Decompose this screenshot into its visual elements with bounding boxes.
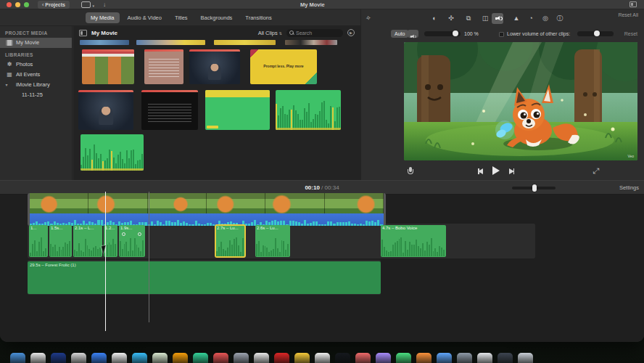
- dock-app-icon[interactable]: [213, 353, 228, 363]
- keyframe-badge[interactable]: [138, 232, 141, 236]
- media-thumbnail-collage[interactable]: [82, 49, 134, 84]
- dock-app-icon[interactable]: [355, 353, 371, 363]
- sidebar-item-imovie-library[interactable]: ▾iMovie Library: [0, 80, 72, 90]
- skip-back-button[interactable]: [477, 168, 484, 174]
- crop-icon[interactable]: ⧉: [463, 13, 474, 24]
- circled-play-icon[interactable]: ▶: [347, 29, 355, 36]
- reset-all-button[interactable]: Reset All: [618, 12, 638, 17]
- dock-app-icon[interactable]: [396, 353, 411, 363]
- mute-button[interactable]: [408, 30, 418, 38]
- close-window-button[interactable]: [7, 2, 12, 7]
- dock-app-icon[interactable]: [10, 353, 25, 363]
- timeline-settings-button[interactable]: Settings: [619, 184, 639, 191]
- media-thumbnail-audio[interactable]: [80, 134, 144, 171]
- dock-app-icon[interactable]: [51, 353, 66, 363]
- timeline-audio-clip[interactable]: 1.5s...: [49, 225, 72, 257]
- tab-titles[interactable]: Titles: [170, 12, 193, 23]
- dock-app-icon[interactable]: [91, 353, 107, 363]
- dock-app-icon[interactable]: [112, 353, 127, 363]
- dock-app-icon[interactable]: [173, 353, 188, 363]
- keyframe-badge[interactable]: [122, 232, 125, 236]
- dock-app-icon[interactable]: [376, 353, 391, 363]
- timeline-audio-clip[interactable]: 2.7s – Lu...: [215, 225, 245, 257]
- dock-app-icon[interactable]: [335, 353, 350, 363]
- dock-app-icon[interactable]: [193, 353, 208, 363]
- stabilization-icon[interactable]: ◫: [479, 13, 491, 24]
- tab-audio-video[interactable]: Audio & Video: [123, 12, 167, 23]
- dock-app-icon[interactable]: [152, 353, 168, 363]
- dock-app-icon[interactable]: [315, 353, 330, 363]
- clip-filter-icon[interactable]: ◎: [540, 13, 551, 24]
- video-clip[interactable]: [28, 193, 386, 226]
- dock-app-icon[interactable]: [30, 353, 46, 363]
- dock-app-icon[interactable]: [498, 353, 513, 363]
- clips-filter-dropdown[interactable]: All Clips⇅: [258, 30, 282, 36]
- search-box[interactable]: [286, 29, 343, 37]
- dock-app-icon[interactable]: [457, 353, 472, 363]
- play-button[interactable]: [492, 166, 500, 175]
- color-balance-icon[interactable]: ◐: [429, 13, 440, 24]
- dock-app-icon[interactable]: [437, 353, 452, 363]
- search-input[interactable]: [296, 30, 339, 36]
- dock-app-icon[interactable]: [71, 353, 86, 363]
- tab-backgrounds[interactable]: Backgrounds: [196, 12, 238, 23]
- speed-icon[interactable]: ◔: [525, 13, 537, 24]
- timeline-audio-clip[interactable]: 1.9s...: [119, 225, 145, 257]
- projects-back-button[interactable]: ‹Projects: [38, 1, 70, 9]
- media-thumbnail-webcam[interactable]: [189, 49, 240, 84]
- clip-info-icon[interactable]: ⓘ: [554, 13, 566, 24]
- tab-my-media[interactable]: My Media: [86, 12, 120, 23]
- window-panel-icon[interactable]: [629, 1, 637, 7]
- color-correction-icon[interactable]: ✣: [445, 13, 457, 24]
- lower-volume-slider[interactable]: [577, 31, 614, 36]
- media-thumbnail-card[interactable]: [144, 49, 183, 84]
- volume-slider[interactable]: [424, 31, 461, 36]
- sidebar-item-all-events[interactable]: ▦All Events: [0, 70, 72, 80]
- music-clip[interactable]: 29.5s – Forest Frolic (1): [28, 261, 381, 294]
- timeline-zoom-slider[interactable]: [512, 187, 556, 189]
- download-arrow-icon[interactable]: ↓: [103, 1, 106, 9]
- reset-button[interactable]: Reset: [624, 31, 637, 36]
- sidebar-item-my-movie[interactable]: My Movie: [0, 38, 72, 48]
- dock-app-icon[interactable]: [477, 353, 492, 363]
- import-media-icon[interactable]: [81, 1, 91, 8]
- timeline-audio-clip[interactable]: 4.7s – Bobo Voice: [381, 225, 446, 257]
- media-thumbnail-terminal[interactable]: [141, 90, 198, 130]
- volume-icon[interactable]: [492, 13, 503, 24]
- tab-transitions[interactable]: Transitions: [240, 12, 276, 23]
- skip-forward-button[interactable]: [508, 168, 515, 174]
- dock-app-icon[interactable]: [416, 353, 432, 363]
- toggle-sidebar-icon[interactable]: [79, 30, 87, 36]
- microphone-icon[interactable]: [406, 167, 415, 176]
- dock-app-icon[interactable]: [274, 353, 289, 363]
- sidebar-item-11-11-25[interactable]: 11-11-25: [0, 90, 72, 100]
- timeline-audio-clip[interactable]: 1...: [29, 225, 48, 257]
- timeline-audio-clip[interactable]: 2.1s – L...: [73, 225, 102, 257]
- zoom-slider-knob[interactable]: [532, 184, 537, 192]
- dock-app-icon[interactable]: [254, 353, 269, 363]
- clip-strip[interactable]: [136, 40, 205, 45]
- clip-strip[interactable]: [80, 40, 129, 45]
- sidebar-item-photos[interactable]: ✽Photos: [0, 60, 72, 70]
- dock-app-icon[interactable]: [518, 353, 533, 363]
- media-thumbnail-slide[interactable]: Prompt less. Play more: [250, 49, 317, 84]
- media-thumbnail-webcam[interactable]: [78, 90, 133, 130]
- media-thumbnail-audio[interactable]: [276, 90, 341, 130]
- fullscreen-icon[interactable]: ⤢: [593, 167, 599, 175]
- enhance-wand-icon[interactable]: ✧: [362, 12, 375, 25]
- dock-app-icon[interactable]: [132, 353, 147, 363]
- clip-strip[interactable]: [214, 40, 276, 45]
- lower-volume-checkbox[interactable]: [499, 32, 504, 37]
- dock-app-icon[interactable]: [294, 353, 310, 363]
- timeline-audio-clip[interactable]: 2.6s – Lu...: [255, 225, 290, 257]
- playhead[interactable]: [105, 192, 106, 331]
- clip-strip[interactable]: [285, 40, 337, 45]
- volume-slider-knob[interactable]: [453, 30, 458, 36]
- minimize-window-button[interactable]: [15, 2, 20, 7]
- media-thumbnail-audiotop[interactable]: [205, 90, 270, 130]
- dock-app-icon[interactable]: [234, 353, 249, 363]
- zoom-window-button[interactable]: [24, 2, 29, 7]
- auto-volume-button[interactable]: Auto: [391, 30, 408, 38]
- lower-volume-slider-knob[interactable]: [594, 30, 600, 36]
- noise-reduction-icon[interactable]: ▲: [511, 13, 522, 24]
